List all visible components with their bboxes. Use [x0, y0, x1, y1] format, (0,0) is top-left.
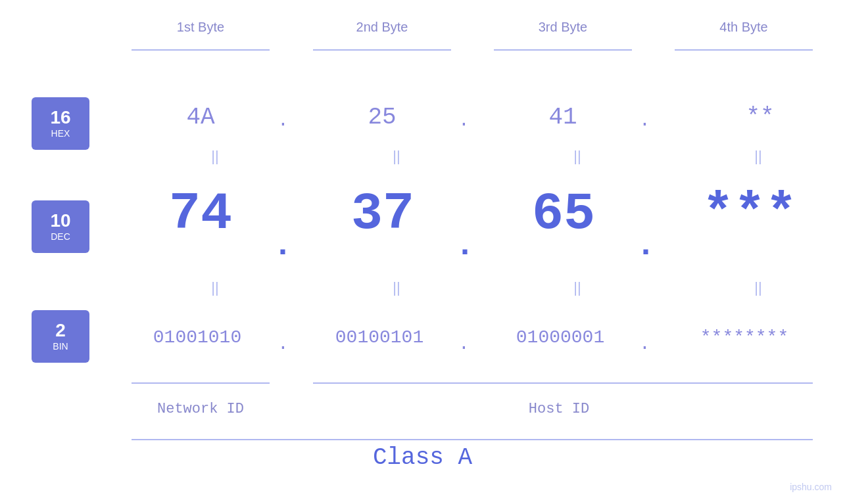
bin-badge: 2 BIN [32, 310, 89, 363]
dec-dot-2: . [455, 227, 475, 264]
dec-badge-number: 10 [50, 212, 70, 230]
bin-dot-3: . [639, 334, 650, 354]
bracket-host-id [313, 382, 813, 384]
dec-val-4: *** [671, 184, 829, 244]
dec-dot-3: . [636, 227, 656, 264]
dec-val-1: 74 [138, 184, 263, 244]
col2-header: 2nd Byte [313, 20, 451, 35]
class-label: Class A [0, 444, 845, 471]
bin-badge-label: BIN [53, 341, 68, 352]
col3-header: 3rd Byte [494, 20, 632, 35]
bin-dot-1: . [278, 334, 289, 354]
bin-badge-number: 2 [55, 321, 66, 340]
hex-dot-1: . [278, 110, 289, 131]
col1-header: 1st Byte [132, 20, 270, 35]
network-id-label: Network ID [132, 401, 270, 417]
bracket-top-col4 [675, 49, 813, 51]
hex-badge: 16 HEX [32, 97, 89, 150]
bin-val-1: 01001010 [122, 327, 273, 348]
bracket-class [132, 439, 813, 440]
hex-val-2: 25 [333, 104, 431, 131]
hex-badge-label: HEX [51, 128, 70, 139]
equals-dec-bin-4: || [732, 279, 785, 296]
bracket-network-id [132, 382, 270, 384]
bin-val-3: 01000001 [485, 327, 636, 348]
equals-hex-dec-4: || [732, 148, 785, 165]
host-id-label: Host ID [460, 401, 658, 417]
bracket-top-col1 [132, 49, 270, 51]
hex-dot-3: . [639, 110, 650, 131]
bracket-top-col3 [494, 49, 632, 51]
equals-dec-bin-3: || [551, 279, 604, 296]
hex-val-3: 41 [514, 104, 612, 131]
dec-dot-1: . [273, 227, 293, 264]
bracket-top-col2 [313, 49, 451, 51]
watermark: ipshu.com [790, 482, 832, 492]
hex-dot-2: . [458, 110, 470, 131]
dec-badge-label: DEC [51, 231, 70, 242]
equals-hex-dec-1: || [189, 148, 241, 165]
equals-dec-bin-1: || [189, 279, 241, 296]
main-container: 16 HEX 10 DEC 2 BIN 1st Byte 2nd Byte 3r… [0, 0, 845, 504]
dec-badge: 10 DEC [32, 200, 89, 253]
equals-hex-dec-2: || [370, 148, 423, 165]
bin-dot-2: . [458, 334, 470, 354]
bin-val-4: ******** [665, 327, 823, 348]
dec-val-2: 37 [320, 184, 445, 244]
equals-hex-dec-3: || [551, 148, 604, 165]
hex-val-1: 4A [151, 104, 250, 131]
hex-badge-number: 16 [50, 108, 70, 127]
equals-dec-bin-2: || [370, 279, 423, 296]
hex-val-4: ** [694, 104, 826, 131]
col4-header: 4th Byte [675, 20, 813, 35]
dec-val-3: 65 [501, 184, 626, 244]
bin-val-2: 00100101 [304, 327, 455, 348]
